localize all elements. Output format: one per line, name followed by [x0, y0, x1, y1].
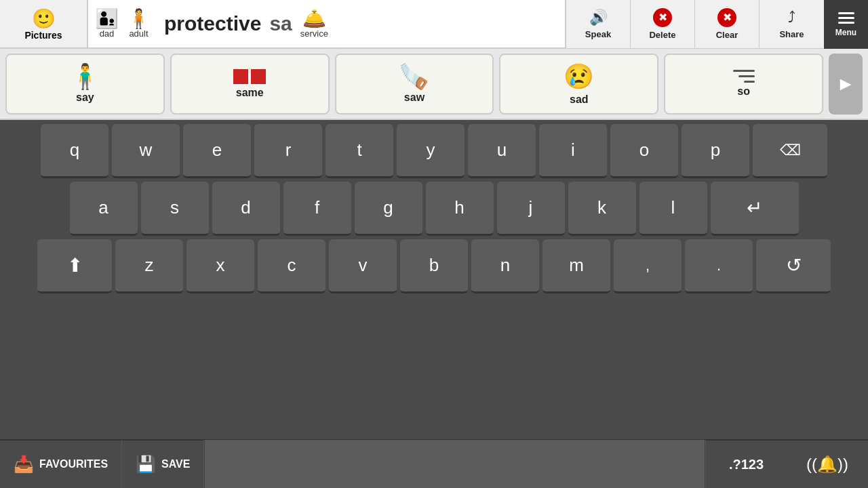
suggestion-say[interactable]: 🧍‍♂️ say [5, 54, 165, 115]
key-c[interactable]: c [258, 239, 326, 293]
key-i[interactable]: i [539, 124, 607, 178]
dad-icon: 👨‍👦 [95, 9, 119, 28]
key-period[interactable]: . [685, 239, 753, 293]
sad-icon: 😢 [564, 62, 594, 91]
suggestion-same[interactable]: same [170, 54, 330, 115]
save-icon: 💾 [136, 455, 156, 474]
sound-button[interactable]: ((🔔)) [787, 440, 868, 488]
action-buttons: 🔊 Speak ✖ Delete ✖ Clear ⤴ Share [565, 0, 824, 47]
adult-icon: 🧍 [127, 9, 151, 28]
clear-icon: ✖ [717, 8, 736, 27]
sad-label: sad [570, 94, 589, 106]
adult-label: adult [129, 28, 148, 39]
sentence-partial: sa [269, 12, 292, 35]
keyboard-row-1: q w e r t y u i o p ⌫ [3, 124, 865, 178]
key-p[interactable]: p [682, 124, 749, 178]
num-button[interactable]: .?123 [705, 440, 787, 488]
saw-label: saw [404, 92, 425, 104]
key-r[interactable]: r [254, 124, 322, 178]
backspace-key[interactable]: ⌫ [753, 124, 827, 178]
enter-key[interactable]: ↵ [711, 182, 799, 236]
dad-label: dad [100, 28, 115, 39]
key-f[interactable]: f [283, 182, 351, 236]
speak-button[interactable]: 🔊 Speak [566, 0, 631, 48]
say-icon: 🧍‍♂️ [70, 64, 100, 89]
suggestion-sad[interactable]: 😢 sad [499, 54, 658, 115]
say-label: say [76, 92, 94, 104]
save-label: SAVE [161, 458, 190, 470]
delete-label: Delete [649, 30, 675, 40]
key-t[interactable]: t [326, 124, 393, 178]
keyboard-row-3: ⬆ z x c v b n m , . ↺ [3, 239, 865, 293]
pictures-button[interactable]: 🙂 Pictures [0, 0, 88, 47]
undo-key[interactable]: ↺ [756, 239, 831, 293]
share-icon: ⤴ [788, 9, 795, 26]
favourites-icon: 📥 [14, 455, 34, 474]
key-g[interactable]: g [355, 182, 422, 236]
key-e[interactable]: e [183, 124, 251, 178]
speak-label: Speak [585, 29, 611, 39]
key-v[interactable]: v [329, 239, 397, 293]
keyboard-row-2: a s d f g h j k l ↵ [3, 182, 865, 236]
saw-icon: 🪚 [399, 64, 429, 89]
key-b[interactable]: b [400, 239, 468, 293]
key-m[interactable]: m [542, 239, 610, 293]
suggestion-saw[interactable]: 🪚 saw [335, 54, 494, 115]
key-n[interactable]: n [471, 239, 539, 293]
service-label: service [300, 28, 328, 39]
so-icon [733, 70, 755, 83]
sentence-word-adult[interactable]: 🧍 adult [127, 9, 151, 39]
sentence-text-protective: protective [164, 12, 261, 35]
key-a[interactable]: a [70, 182, 138, 236]
suggestions-next-arrow[interactable]: ► [829, 54, 863, 115]
menu-label: Menu [835, 28, 856, 37]
key-z[interactable]: z [115, 239, 183, 293]
share-button[interactable]: ⤴ Share [760, 0, 824, 48]
suggestion-so[interactable]: so [664, 54, 823, 115]
bottom-bar: 📥 FAVOURITES 💾 SAVE .?123 ((🔔)) [0, 439, 868, 488]
pictures-icon: 🙂 [32, 7, 56, 30]
speak-icon: 🔊 [589, 9, 608, 26]
menu-button[interactable]: Menu [824, 0, 868, 49]
key-y[interactable]: y [397, 124, 465, 178]
sentence-area: 👨‍👦 dad 🧍 adult protective sa 🛎️ service [88, 0, 565, 47]
key-k[interactable]: k [568, 182, 636, 236]
same-label: same [236, 87, 264, 99]
num-label: .?123 [729, 457, 764, 472]
sound-icon: ((🔔)) [806, 455, 848, 474]
key-u[interactable]: u [468, 124, 536, 178]
top-bar: 🙂 Pictures 👨‍👦 dad 🧍 adult protective sa… [0, 0, 868, 49]
key-d[interactable]: d [212, 182, 280, 236]
key-l[interactable]: l [639, 182, 707, 236]
so-label: so [737, 85, 750, 98]
key-x[interactable]: x [186, 239, 254, 293]
arrow-icon: ► [836, 73, 855, 95]
clear-button[interactable]: ✖ Clear [695, 0, 760, 48]
key-w[interactable]: w [112, 124, 180, 178]
save-button[interactable]: 💾 SAVE [122, 440, 204, 488]
key-comma[interactable]: , [614, 239, 682, 293]
sentence-word-dad[interactable]: 👨‍👦 dad [95, 9, 119, 39]
key-h[interactable]: h [426, 182, 494, 236]
suggestions-bar: 🧍‍♂️ say same 🪚 saw 😢 sad so ► [0, 49, 868, 120]
service-icon: 🛎️ [302, 9, 326, 28]
favourites-button[interactable]: 📥 FAVOURITES [0, 440, 122, 488]
pictures-label: Pictures [24, 30, 62, 41]
hamburger-icon [838, 12, 854, 24]
spacebar[interactable] [204, 440, 705, 488]
key-o[interactable]: o [610, 124, 678, 178]
key-j[interactable]: j [497, 182, 565, 236]
delete-icon: ✖ [653, 8, 672, 27]
keyboard: q w e r t y u i o p ⌫ a s d f g h j k l … [0, 120, 868, 439]
key-s[interactable]: s [141, 182, 209, 236]
sentence-word-service[interactable]: 🛎️ service [300, 9, 328, 39]
share-label: Share [779, 29, 804, 39]
key-q[interactable]: q [41, 124, 108, 178]
favourites-label: FAVOURITES [39, 458, 108, 470]
clear-label: Clear [716, 30, 738, 40]
delete-button[interactable]: ✖ Delete [631, 0, 695, 48]
shift-key[interactable]: ⬆ [37, 239, 112, 293]
same-icon [233, 69, 266, 84]
